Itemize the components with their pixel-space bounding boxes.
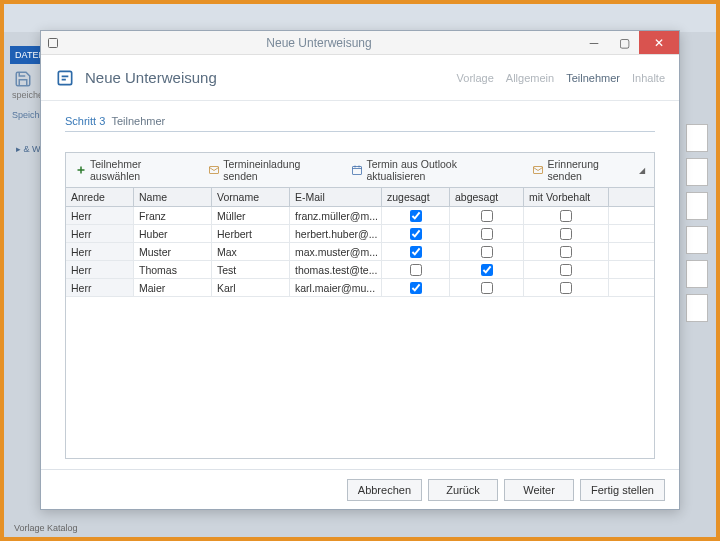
cell-name: Muster: [134, 243, 212, 260]
cell-abgesagt-checkbox[interactable]: [481, 282, 493, 294]
cell-abgesagt[interactable]: [450, 261, 524, 278]
cell-anrede: Herr: [66, 225, 134, 242]
cell-spacer: [609, 207, 654, 224]
cell-vorbehalt-checkbox[interactable]: [560, 282, 572, 294]
cell-email: max.muster@m...: [290, 243, 382, 260]
cell-vorname: Müller: [212, 207, 290, 224]
cell-abgesagt-checkbox[interactable]: [481, 264, 493, 276]
table-row[interactable]: HerrHuberHerbertherbert.huber@...: [66, 225, 654, 243]
cell-name: Thomas: [134, 261, 212, 278]
svg-rect-0: [49, 38, 58, 47]
cell-abgesagt-checkbox[interactable]: [481, 228, 493, 240]
grid-body: HerrFranzMüllerfranz.müller@m...HerrHube…: [66, 207, 654, 458]
cell-spacer: [609, 261, 654, 278]
bg-thumbnails: [686, 124, 710, 484]
cell-abgesagt[interactable]: [450, 243, 524, 260]
svg-rect-2: [210, 167, 219, 174]
cell-vorbehalt-checkbox[interactable]: [560, 210, 572, 222]
close-button[interactable]: ✕: [639, 31, 679, 54]
bg-ribbon: [4, 4, 716, 32]
cell-vorbehalt[interactable]: [524, 279, 609, 296]
col-header-zugesagt[interactable]: zugesagt: [382, 188, 450, 206]
cell-abgesagt[interactable]: [450, 207, 524, 224]
toolbar-teilnehmer-auswählen[interactable]: Teilnehmer auswählen: [72, 157, 197, 183]
cell-spacer: [609, 225, 654, 242]
dialog-content: Schritt 3 Teilnehmer Teilnehmer auswähle…: [41, 101, 679, 469]
cell-vorbehalt-checkbox[interactable]: [560, 246, 572, 258]
toolbar-termineinladung-senden[interactable]: Termineinladung senden: [205, 157, 340, 183]
cell-vorbehalt[interactable]: [524, 225, 609, 242]
col-header-vorbehalt[interactable]: mit Vorbehalt: [524, 188, 609, 206]
cell-zugesagt[interactable]: [382, 225, 450, 242]
col-header-name[interactable]: Name: [134, 188, 212, 206]
cell-vorname: Max: [212, 243, 290, 260]
dialog-footer: Abbrechen Zurück Weiter Fertig stellen: [41, 469, 679, 509]
cell-email: franz.müller@m...: [290, 207, 382, 224]
back-button[interactable]: Zurück: [428, 479, 498, 501]
table-row[interactable]: HerrFranzMüllerfranz.müller@m...: [66, 207, 654, 225]
window-title: Neue Unterweisung: [59, 36, 579, 50]
svg-rect-4: [534, 167, 543, 174]
cell-anrede: Herr: [66, 243, 134, 260]
bg-tree: ▸ & W: [16, 144, 41, 154]
step-label: Schritt 3 Teilnehmer: [65, 115, 655, 132]
cell-abgesagt-checkbox[interactable]: [481, 210, 493, 222]
table-row[interactable]: HerrMaierKarlkarl.maier@mu...: [66, 279, 654, 297]
titlebar: Neue Unterweisung ─ ▢ ✕: [41, 31, 679, 55]
cell-name: Franz: [134, 207, 212, 224]
cell-vorbehalt[interactable]: [524, 261, 609, 278]
window-icon: [47, 37, 59, 49]
maximize-button[interactable]: ▢: [609, 31, 639, 54]
briefing-icon: [55, 68, 75, 88]
table-row[interactable]: HerrMusterMaxmax.muster@m...: [66, 243, 654, 261]
cell-abgesagt-checkbox[interactable]: [481, 246, 493, 258]
toolbar-erinnerung-senden[interactable]: Erinnerung senden◢: [529, 157, 648, 183]
cell-anrede: Herr: [66, 207, 134, 224]
cell-zugesagt[interactable]: [382, 243, 450, 260]
cell-abgesagt[interactable]: [450, 279, 524, 296]
col-header-abgesagt[interactable]: abgesagt: [450, 188, 524, 206]
next-button[interactable]: Weiter: [504, 479, 574, 501]
step-prefix: Schritt 3: [65, 115, 105, 127]
step-allgemein[interactable]: Allgemein: [506, 72, 554, 84]
bg-footer: Vorlage Katalog: [14, 523, 78, 533]
cell-vorbehalt[interactable]: [524, 207, 609, 224]
cell-zugesagt-checkbox[interactable]: [410, 264, 422, 276]
cell-vorbehalt-checkbox[interactable]: [560, 264, 572, 276]
cell-name: Maier: [134, 279, 212, 296]
wizard-steps: VorlageAllgemeinTeilnehmerInhalte: [457, 72, 665, 84]
cell-zugesagt-checkbox[interactable]: [410, 246, 422, 258]
step-teilnehmer[interactable]: Teilnehmer: [566, 72, 620, 84]
minimize-button[interactable]: ─: [579, 31, 609, 54]
col-header-anrede[interactable]: Anrede: [66, 188, 134, 206]
participant-grid: Anrede Name Vorname E-Mail zugesagt abge…: [65, 188, 655, 459]
save-icon: [14, 70, 32, 88]
cell-vorname: Karl: [212, 279, 290, 296]
finish-button[interactable]: Fertig stellen: [580, 479, 665, 501]
toolbar-termin-aus-outlook-aktualisieren[interactable]: Termin aus Outlook aktualisieren: [348, 157, 521, 183]
table-row[interactable]: HerrThomasTestthomas.test@te...: [66, 261, 654, 279]
step-inhalte[interactable]: Inhalte: [632, 72, 665, 84]
cell-vorname: Herbert: [212, 225, 290, 242]
cell-email: herbert.huber@...: [290, 225, 382, 242]
cell-zugesagt[interactable]: [382, 279, 450, 296]
cell-spacer: [609, 243, 654, 260]
dialog-title: Neue Unterweisung: [85, 69, 457, 86]
step-vorlage[interactable]: Vorlage: [457, 72, 494, 84]
cell-zugesagt[interactable]: [382, 261, 450, 278]
cell-zugesagt-checkbox[interactable]: [410, 228, 422, 240]
cell-zugesagt-checkbox[interactable]: [410, 210, 422, 222]
window-controls: ─ ▢ ✕: [579, 31, 679, 54]
cell-vorname: Test: [212, 261, 290, 278]
cell-vorbehalt[interactable]: [524, 243, 609, 260]
col-header-email[interactable]: E-Mail: [290, 188, 382, 206]
cancel-button[interactable]: Abbrechen: [347, 479, 422, 501]
svg-rect-1: [58, 71, 71, 84]
cell-spacer: [609, 279, 654, 296]
cell-vorbehalt-checkbox[interactable]: [560, 228, 572, 240]
dialog-header: Neue Unterweisung VorlageAllgemeinTeilne…: [41, 55, 679, 101]
cell-zugesagt[interactable]: [382, 207, 450, 224]
cell-abgesagt[interactable]: [450, 225, 524, 242]
col-header-vorname[interactable]: Vorname: [212, 188, 290, 206]
cell-zugesagt-checkbox[interactable]: [410, 282, 422, 294]
